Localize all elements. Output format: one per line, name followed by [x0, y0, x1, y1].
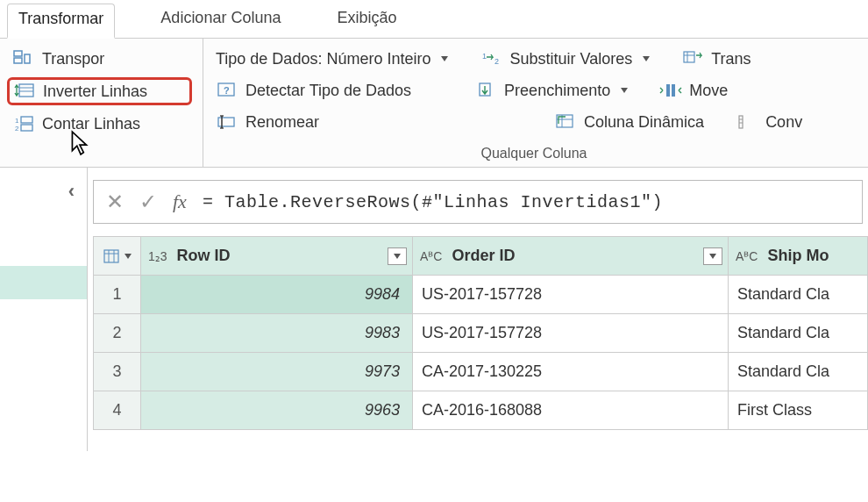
cell-row-id[interactable]: 9984	[141, 276, 413, 314]
count-rows-button[interactable]: 1 2 Contar Linhas	[7, 111, 192, 137]
svg-rect-30	[104, 250, 118, 262]
cell-ship[interactable]: Standard Cla	[729, 276, 868, 314]
replace-values-label: Substituir Valores	[509, 50, 632, 68]
tab-add-column[interactable]: Adicionar Coluna	[150, 4, 291, 38]
detect-type-button[interactable]: ? Detectar Tipo de Dados	[210, 77, 416, 104]
row-index: 2	[94, 314, 141, 353]
svg-rect-8	[21, 117, 32, 123]
chevron-down-icon	[125, 254, 132, 259]
table-row[interactable]: 3 9973 CA-2017-130225 Standard Cla	[94, 353, 868, 391]
convert-icon	[736, 112, 758, 132]
fill-icon	[474, 81, 497, 100]
table-corner[interactable]	[94, 237, 141, 276]
ribbon-tabs: Transformar Adicionar Coluna Exibição	[0, 0, 868, 39]
svg-rect-3	[19, 84, 33, 97]
replace-values-icon: 1 2	[480, 49, 502, 68]
svg-rect-20	[218, 118, 234, 126]
cell-order-id[interactable]: US-2017-157728	[413, 314, 729, 353]
ribbon-group-any-column: Tipo de Dados: Número Inteiro 1 2 Substi…	[203, 39, 868, 167]
reverse-rows-label: Inverter Linhas	[43, 82, 147, 101]
transpose-button[interactable]: Transpor	[7, 46, 192, 72]
column-name: Order ID	[452, 247, 515, 264]
cell-order-id[interactable]: CA-2016-168088	[413, 391, 729, 430]
column-header-ship-mode[interactable]: AᴮC Ship Mo	[729, 237, 868, 276]
cell-ship[interactable]: First Class	[729, 391, 868, 430]
detect-type-icon: ?	[216, 81, 238, 100]
ribbon: Transpor Inverter Linhas 1 2	[0, 39, 868, 168]
fx-icon: fx	[173, 190, 187, 213]
formula-bar: ✕ ✓ fx = Table.ReverseRows(#"Linhas Inve…	[93, 180, 863, 224]
rename-label: Renomear	[245, 113, 319, 132]
svg-rect-2	[25, 54, 30, 63]
cell-ship[interactable]: Standard Cla	[729, 353, 868, 391]
detect-type-label: Detectar Tipo de Dados	[245, 82, 411, 100]
move-label: Move	[689, 82, 728, 100]
text-type-icon: AᴮC	[420, 249, 442, 263]
accept-formula-button[interactable]: ✓	[139, 190, 157, 214]
data-grid: 1₂3 Row ID AᴮC Order ID AᴮC Ship Mo	[88, 236, 868, 451]
data-type-label: Tipo de Dados: Número Inteiro	[216, 50, 430, 68]
move-icon	[659, 81, 682, 100]
svg-rect-9	[21, 125, 32, 131]
svg-rect-18	[666, 84, 670, 97]
transpose-columns-icon	[681, 49, 704, 68]
svg-text:2: 2	[15, 125, 19, 133]
fill-label: Preenchimento	[504, 82, 610, 100]
convert-button[interactable]: Conv	[730, 109, 808, 135]
transpose-columns-label: Trans	[711, 50, 751, 68]
pivot-icon	[554, 112, 577, 132]
svg-text:1: 1	[482, 52, 487, 61]
rename-icon	[216, 112, 238, 132]
transpose-label: Transpor	[42, 50, 104, 68]
move-button[interactable]: Move	[654, 77, 733, 104]
cell-ship[interactable]: Standard Cla	[729, 314, 868, 353]
chevron-down-icon	[441, 56, 448, 61]
tab-transform[interactable]: Transformar	[7, 4, 115, 39]
row-index: 1	[94, 276, 141, 314]
cell-row-id[interactable]: 9963	[141, 391, 413, 430]
chevron-down-icon	[621, 88, 628, 93]
replace-values-button[interactable]: 1 2 Substituir Valores	[474, 46, 655, 72]
collapse-panel-button[interactable]: ‹	[68, 168, 87, 208]
chevron-down-icon	[643, 56, 650, 61]
table-row[interactable]: 1 9984 US-2017-157728 Standard Cla	[94, 276, 868, 314]
reverse-rows-icon	[13, 82, 36, 101]
pivot-label: Coluna Dinâmica	[584, 113, 704, 132]
rename-button[interactable]: Renomear	[210, 109, 324, 135]
svg-text:1: 1	[15, 117, 19, 125]
transpose-columns-button[interactable]: Trans	[676, 46, 756, 72]
number-type-icon: 1₂3	[148, 249, 167, 263]
formula-input[interactable]: = Table.ReverseRows(#"Linhas Invertidas1…	[203, 192, 663, 212]
cancel-formula-button[interactable]: ✕	[106, 190, 124, 214]
svg-rect-1	[14, 58, 22, 63]
fill-button[interactable]: Preenchimento	[469, 77, 633, 104]
column-name: Ship Mo	[767, 247, 829, 264]
tab-view[interactable]: Exibição	[326, 4, 407, 38]
column-filter-button[interactable]	[703, 247, 722, 265]
content-area: ‹ ✕ ✓ fx = Table.ReverseRows(#"Linhas In…	[0, 168, 868, 451]
table-row[interactable]: 2 9983 US-2017-157728 Standard Cla	[94, 314, 868, 353]
cell-row-id[interactable]: 9983	[141, 314, 413, 353]
column-header-row-id[interactable]: 1₂3 Row ID	[141, 237, 413, 276]
svg-rect-27	[739, 116, 743, 128]
row-index: 3	[94, 353, 141, 391]
column-filter-button[interactable]	[388, 247, 407, 265]
data-type-button[interactable]: Tipo de Dados: Número Inteiro	[210, 47, 453, 72]
count-rows-icon: 1 2	[12, 114, 35, 133]
queries-panel: ‹	[0, 168, 88, 451]
count-rows-label: Contar Linhas	[42, 115, 140, 133]
cell-order-id[interactable]: CA-2017-130225	[413, 353, 729, 391]
svg-rect-12	[684, 52, 694, 62]
table-icon	[103, 249, 119, 263]
row-index: 4	[94, 391, 141, 430]
pivot-button[interactable]: Coluna Dinâmica	[549, 109, 709, 135]
svg-text:?: ?	[224, 85, 230, 96]
editor-panel: ✕ ✓ fx = Table.ReverseRows(#"Linhas Inve…	[88, 168, 868, 451]
column-header-order-id[interactable]: AᴮC Order ID	[413, 237, 729, 276]
table-row[interactable]: 4 9963 CA-2016-168088 First Class	[94, 391, 868, 430]
cell-order-id[interactable]: US-2017-157728	[413, 276, 729, 314]
reverse-rows-button[interactable]: Inverter Linhas	[7, 77, 192, 105]
cell-row-id[interactable]: 9973	[141, 353, 413, 391]
svg-rect-0	[14, 51, 22, 56]
query-item-selected[interactable]	[0, 266, 87, 299]
